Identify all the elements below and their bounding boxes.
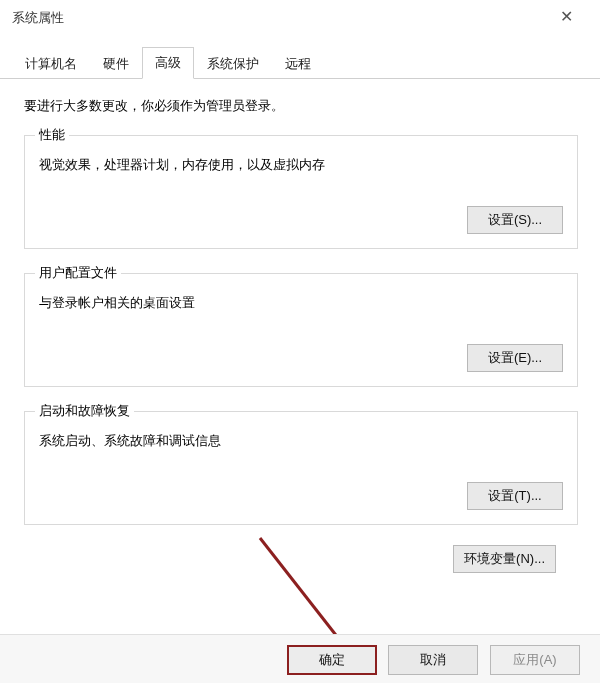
- titlebar: 系统属性 ✕: [0, 0, 600, 36]
- group-performance: 性能 视觉效果，处理器计划，内存使用，以及虚拟内存 设置(S)...: [24, 135, 578, 249]
- window-title: 系统属性: [12, 10, 64, 25]
- group-user-profiles-desc: 与登录帐户相关的桌面设置: [39, 294, 563, 312]
- startup-settings-button[interactable]: 设置(T)...: [467, 482, 563, 510]
- group-startup-recovery: 启动和故障恢复 系统启动、系统故障和调试信息 设置(T)...: [24, 411, 578, 525]
- dialog-footer: 确定 取消 应用(A): [0, 634, 600, 683]
- apply-button[interactable]: 应用(A): [490, 645, 580, 675]
- group-startup-legend: 启动和故障恢复: [35, 402, 134, 420]
- tab-content-advanced: 要进行大多数更改，你必须作为管理员登录。 性能 视觉效果，处理器计划，内存使用，…: [0, 79, 600, 573]
- tab-advanced[interactable]: 高级: [142, 47, 194, 79]
- group-user-profiles-legend: 用户配置文件: [35, 264, 121, 282]
- tab-bar: 计算机名 硬件 高级 系统保护 远程: [0, 36, 600, 79]
- tab-remote[interactable]: 远程: [272, 48, 324, 79]
- group-performance-legend: 性能: [35, 126, 69, 144]
- close-icon[interactable]: ✕: [546, 0, 586, 36]
- performance-settings-button[interactable]: 设置(S)...: [467, 206, 563, 234]
- group-startup-desc: 系统启动、系统故障和调试信息: [39, 432, 563, 450]
- ok-button[interactable]: 确定: [287, 645, 377, 675]
- tab-system-protection[interactable]: 系统保护: [194, 48, 272, 79]
- intro-text: 要进行大多数更改，你必须作为管理员登录。: [24, 97, 578, 115]
- cancel-button[interactable]: 取消: [388, 645, 478, 675]
- environment-variables-button[interactable]: 环境变量(N)...: [453, 545, 556, 573]
- tab-computer-name[interactable]: 计算机名: [12, 48, 90, 79]
- group-performance-desc: 视觉效果，处理器计划，内存使用，以及虚拟内存: [39, 156, 563, 174]
- group-user-profiles: 用户配置文件 与登录帐户相关的桌面设置 设置(E)...: [24, 273, 578, 387]
- user-profiles-settings-button[interactable]: 设置(E)...: [467, 344, 563, 372]
- tab-hardware[interactable]: 硬件: [90, 48, 142, 79]
